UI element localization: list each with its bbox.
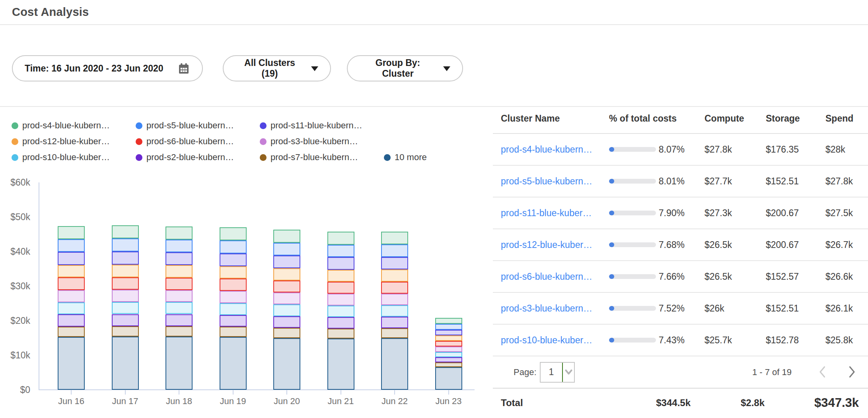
bar-segment[interactable] <box>220 337 247 390</box>
bar-segment[interactable] <box>381 305 408 317</box>
bar-segment[interactable] <box>220 227 247 240</box>
time-range-filter[interactable]: Time: 16 Jun 2020 - 23 Jun 2020 <box>12 55 203 81</box>
clusters-filter[interactable]: All Clusters (19) <box>223 55 331 81</box>
bar-segment[interactable] <box>220 315 247 327</box>
bar-segment[interactable] <box>381 328 408 338</box>
bar-segment[interactable] <box>327 294 354 306</box>
bar-segment[interactable] <box>435 318 462 324</box>
legend-item[interactable]: prod-s4-blue-kubern… <box>12 118 136 134</box>
bar-segment[interactable] <box>165 252 193 265</box>
bar-segment[interactable] <box>112 277 139 290</box>
bar-segment[interactable] <box>112 265 139 277</box>
bar-segment[interactable] <box>58 239 85 252</box>
bar-segment[interactable] <box>435 367 462 390</box>
cluster-link[interactable]: prod-s11-blue-kuber… <box>501 208 592 218</box>
bar-segment[interactable] <box>165 278 193 290</box>
bar-segment[interactable] <box>273 281 300 292</box>
bar-segment[interactable] <box>58 277 85 290</box>
bar-segment[interactable] <box>165 326 193 337</box>
cluster-link[interactable]: prod-s5-blue-kubern… <box>501 176 592 186</box>
bar-segment[interactable] <box>327 339 354 390</box>
legend-item[interactable]: prod-s2-blue-kubern… <box>136 149 260 165</box>
bar-segment[interactable] <box>112 326 139 337</box>
bar-segment[interactable] <box>165 226 193 240</box>
bar-segment[interactable] <box>220 279 247 291</box>
page-select[interactable]: 1 <box>540 362 575 383</box>
bar-segment[interactable] <box>112 238 139 252</box>
bar-segment[interactable] <box>58 226 85 239</box>
bar-segment[interactable] <box>273 338 300 390</box>
bar-segment[interactable] <box>112 314 139 326</box>
bar-segment[interactable] <box>381 269 408 281</box>
bar-segment[interactable] <box>112 302 139 314</box>
bar-segment[interactable] <box>327 329 354 339</box>
bar-segment[interactable] <box>220 266 247 279</box>
bar-segment[interactable] <box>220 327 247 337</box>
bar-segment[interactable] <box>381 338 408 390</box>
legend-item[interactable]: prod-s7-blue-kubern… <box>260 149 384 165</box>
bar-segment[interactable] <box>381 317 408 328</box>
bar-segment[interactable] <box>165 290 193 302</box>
bar-segment[interactable] <box>435 346 462 352</box>
bar-segment[interactable] <box>165 265 193 277</box>
bar-segment[interactable] <box>273 268 300 281</box>
bar-segment[interactable] <box>327 232 354 244</box>
bar-segment[interactable] <box>435 357 462 362</box>
bar-segment[interactable] <box>327 257 354 269</box>
bar-segment[interactable] <box>220 291 247 303</box>
bar-segment[interactable] <box>112 225 139 238</box>
bar-segment[interactable] <box>327 306 354 317</box>
legend-item[interactable]: 10 more <box>384 149 427 165</box>
cluster-link[interactable]: prod-s3-blue-kubern… <box>501 303 592 314</box>
bar-segment[interactable] <box>381 282 408 294</box>
legend-item[interactable]: prod-s5-blue-kubern… <box>136 118 260 134</box>
bar-segment[interactable] <box>435 335 462 341</box>
bar-segment[interactable] <box>220 303 247 315</box>
bar-segment[interactable] <box>327 270 354 282</box>
bar-segment[interactable] <box>435 352 462 357</box>
bar-segment[interactable] <box>112 252 139 265</box>
bar-segment[interactable] <box>220 254 247 266</box>
bar-segment[interactable] <box>327 282 354 294</box>
next-page-button[interactable] <box>847 366 857 379</box>
bar-segment[interactable] <box>327 317 354 329</box>
bar-segment[interactable] <box>435 330 462 335</box>
legend-item[interactable]: prod-s11-blue-kubern… <box>260 118 384 134</box>
bar-segment[interactable] <box>58 327 85 337</box>
bar-segment[interactable] <box>435 362 462 367</box>
bar-segment[interactable] <box>220 240 247 254</box>
bar-segment[interactable] <box>273 243 300 255</box>
bar-segment[interactable] <box>58 314 85 326</box>
bar-segment[interactable] <box>58 337 85 390</box>
bar-segment[interactable] <box>327 245 354 257</box>
legend-item[interactable]: prod-s3-blue-kubern… <box>260 134 384 149</box>
cluster-link[interactable]: prod-s4-blue-kubern… <box>501 144 592 155</box>
bar-segment[interactable] <box>273 230 300 243</box>
bar-segment[interactable] <box>58 290 85 302</box>
legend-item[interactable]: prod-s12-blue-kuber… <box>12 134 136 149</box>
bar-segment[interactable] <box>165 240 193 253</box>
bar-segment[interactable] <box>273 316 300 328</box>
bar-segment[interactable] <box>435 341 462 346</box>
group-by-filter[interactable]: Group By: Cluster <box>347 55 463 81</box>
bar-segment[interactable] <box>58 252 85 265</box>
bar-segment[interactable] <box>435 324 462 330</box>
bar-segment[interactable] <box>273 328 300 338</box>
bar-segment[interactable] <box>58 302 85 314</box>
cluster-link[interactable]: prod-s6-blue-kubern… <box>501 271 592 282</box>
bar-segment[interactable] <box>165 302 193 314</box>
bar-segment[interactable] <box>273 255 300 268</box>
cluster-link[interactable]: prod-s10-blue-kuber… <box>501 335 592 345</box>
bar-segment[interactable] <box>273 304 300 316</box>
bar-segment[interactable] <box>381 294 408 306</box>
bar-segment[interactable] <box>381 244 408 257</box>
bar-segment[interactable] <box>165 314 193 326</box>
legend-item[interactable]: prod-s10-blue-kuber… <box>12 149 136 165</box>
bar-segment[interactable] <box>165 337 193 390</box>
cluster-link[interactable]: prod-s12-blue-kuber… <box>501 240 592 250</box>
legend-item[interactable]: prod-s6-blue-kubern… <box>136 134 260 149</box>
bar-segment[interactable] <box>58 265 85 277</box>
bar-segment[interactable] <box>381 257 408 269</box>
bar-segment[interactable] <box>112 290 139 302</box>
bar-segment[interactable] <box>381 232 408 244</box>
